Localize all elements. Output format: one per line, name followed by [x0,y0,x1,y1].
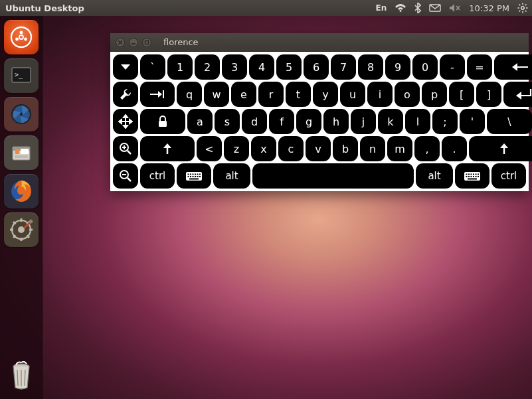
key-char[interactable]: ; [432,109,458,134]
key-char[interactable]: i [367,82,393,107]
volume-muted-icon[interactable] [445,0,465,16]
key-char[interactable]: r [258,82,284,107]
key-char[interactable]: m [387,136,412,161]
side-zoom-in-icon[interactable] [113,136,138,161]
key-char[interactable]: 8 [358,54,383,80]
key-char[interactable]: - [440,54,465,80]
key-space[interactable] [252,163,414,189]
key-super-left[interactable] [177,163,211,189]
launcher-terminal[interactable]: >_ [4,58,39,93]
key-arrow-up[interactable] [469,136,532,161]
key-char[interactable]: g [296,109,321,134]
key-char[interactable]: e [231,82,256,107]
svg-rect-67 [197,176,199,177]
launcher-firefox[interactable] [4,174,39,208]
key-char[interactable]: 4 [249,54,274,80]
key-tab[interactable] [140,82,175,107]
launcher-dash[interactable] [4,20,39,54]
key-char[interactable]: u [340,82,365,107]
svg-rect-68 [199,176,201,177]
bluetooth-icon[interactable] [410,0,425,16]
svg-rect-75 [476,174,477,175]
key-enter[interactable] [503,82,532,107]
key-char[interactable]: w [204,82,229,107]
wifi-icon[interactable] [391,0,410,16]
key-right[interactable]: \ [487,109,532,134]
key-char[interactable]: n [360,136,385,161]
svg-line-48 [128,151,131,154]
key-char[interactable]: = [467,54,492,80]
key-char[interactable]: . [442,136,467,161]
key-char[interactable]: b [333,136,358,161]
maximize-icon[interactable] [142,38,151,47]
key-char[interactable]: y [313,82,338,107]
key-alt-left[interactable]: alt [213,163,250,189]
key-char[interactable]: k [378,109,403,134]
key-char[interactable]: 6 [304,54,329,80]
svg-rect-77 [466,176,468,177]
key-char[interactable]: v [306,136,331,161]
svg-rect-65 [193,176,194,177]
key-backspace[interactable] [494,54,532,80]
side-chevron-down-icon[interactable] [113,54,138,80]
clock[interactable]: 10:32 PM [465,0,513,16]
key-char[interactable]: z [224,136,249,161]
key-char[interactable]: < [197,136,222,161]
key-char[interactable]: d [242,109,267,134]
top-panel: Ubuntu Desktop En 10:32 PM [0,0,532,16]
florence-titlebar[interactable]: florence [110,33,529,52]
key-char[interactable]: q [177,82,202,107]
key-ctrl-right[interactable]: ctrl [491,163,526,189]
key-lock[interactable] [140,109,185,134]
side-wrench-icon[interactable] [113,82,138,107]
florence-keyboard: `1234567890-=qwertyuiop[]asdfghjkl;'\<zx… [110,52,529,191]
minimize-icon[interactable] [129,38,138,47]
svg-rect-81 [476,176,477,177]
key-char[interactable]: , [414,136,440,161]
key-super-right[interactable] [455,163,489,189]
key-char[interactable]: ] [476,82,501,107]
launcher-settings[interactable] [4,212,39,247]
side-zoom-out-icon[interactable] [113,163,138,189]
messages-icon[interactable] [425,0,445,16]
svg-rect-82 [478,176,479,177]
key-char[interactable]: 5 [276,54,302,80]
key-char[interactable]: l [405,109,430,134]
svg-line-6 [519,5,521,6]
key-char[interactable]: f [269,109,294,134]
key-char[interactable]: 2 [195,54,220,80]
key-char[interactable]: 1 [167,54,193,80]
side-move-icon[interactable] [113,109,138,134]
key-char[interactable]: j [351,109,376,134]
launcher-trash[interactable] [4,359,39,394]
key-char[interactable]: a [187,109,213,134]
key-char[interactable]: ' [460,109,485,134]
launcher-shutter[interactable] [4,97,39,131]
key-char[interactable]: s [215,109,240,134]
key-char[interactable]: t [286,82,311,107]
close-icon[interactable] [116,38,125,47]
key-char[interactable]: p [422,82,447,107]
svg-rect-80 [473,176,474,177]
svg-rect-78 [468,176,470,177]
key-arrow-up[interactable] [140,136,195,161]
svg-line-7 [525,11,527,12]
key-char[interactable]: 3 [222,54,247,80]
key-ctrl-left[interactable]: ctrl [140,163,175,189]
florence-window-title: florence [163,37,199,47]
key-char[interactable]: h [323,109,349,134]
key-char[interactable]: o [395,82,420,107]
key-char[interactable]: 0 [412,54,438,80]
key-char[interactable]: x [251,136,276,161]
key-char[interactable]: c [278,136,304,161]
key-char[interactable]: [ [449,82,474,107]
window-title: Ubuntu Desktop [0,3,84,13]
key-char[interactable]: ` [140,54,165,80]
input-method-indicator[interactable]: En [372,0,391,16]
key-char[interactable]: 7 [331,54,356,80]
key-alt-right[interactable]: alt [416,163,453,189]
gear-icon[interactable] [513,0,532,16]
key-char[interactable]: 9 [385,54,410,80]
svg-point-1 [521,7,524,9]
launcher-files[interactable] [4,135,39,170]
